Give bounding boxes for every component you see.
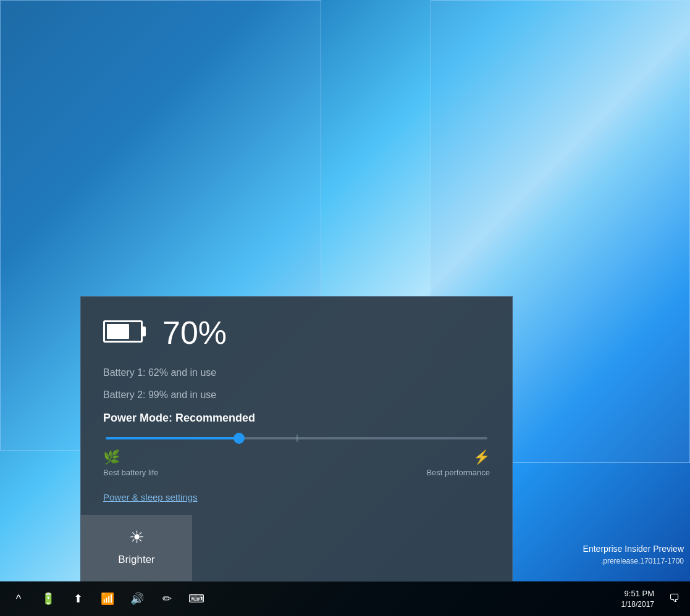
volume-icon: 🔊 bbox=[130, 592, 144, 606]
power-sleep-settings-link[interactable]: Power & sleep settings bbox=[103, 492, 198, 502]
clock-area[interactable]: 9:51 PM 1/18/2017 bbox=[616, 586, 659, 612]
clock-time: 9:51 PM bbox=[625, 588, 654, 599]
battery2-detail: Battery 2: 99% and in use bbox=[103, 389, 490, 401]
performance-icon: ⚡ bbox=[473, 449, 490, 465]
slider-track bbox=[106, 437, 487, 439]
taskbar-volume-icon[interactable]: 🔊 bbox=[124, 585, 151, 612]
notification-button[interactable]: 🗨 bbox=[664, 589, 685, 607]
taskbar-keyboard-icon[interactable]: ⌨ bbox=[183, 585, 210, 612]
slider-label-right: ⚡ Best performance bbox=[426, 449, 490, 477]
battery-fill bbox=[107, 324, 129, 339]
battery-popup: 70% Battery 1: 62% and in use Battery 2:… bbox=[80, 296, 513, 581]
taskbar-wifi-icon[interactable]: 📶 bbox=[94, 585, 121, 612]
watermark-line2: .prerelease.170117-1700 bbox=[583, 556, 684, 567]
brightness-icon: ☀ bbox=[129, 527, 145, 547]
taskbar-pen-icon[interactable]: ✏ bbox=[153, 585, 180, 612]
keyboard-icon: ⌨ bbox=[188, 592, 204, 606]
battery1-detail: Battery 1: 62% and in use bbox=[103, 367, 490, 378]
best-battery-label: Best battery life bbox=[103, 468, 159, 477]
taskbar-upload-icon[interactable]: ⬆ bbox=[64, 585, 91, 612]
brighter-label: Brighter bbox=[118, 554, 155, 566]
slider-fill bbox=[106, 437, 239, 439]
popup-bottom: ☀ Brighter bbox=[81, 515, 512, 581]
taskbar: ^ 🔋 ⬆ 📶 🔊 ✏ ⌨ 9:51 PM 1/18/2017 🗨 bbox=[0, 581, 690, 616]
notification-icon: 🗨 bbox=[669, 592, 680, 604]
pen-icon: ✏ bbox=[162, 592, 172, 606]
slider-tick bbox=[297, 435, 298, 442]
brighter-button[interactable]: ☀ Brighter bbox=[81, 515, 192, 581]
battery-header: 70% bbox=[103, 317, 490, 349]
watermark: Enterprise Insider Preview .prerelease.1… bbox=[583, 543, 684, 567]
chevron-icon: ^ bbox=[16, 593, 21, 606]
power-mode-slider[interactable] bbox=[103, 437, 490, 439]
battery-taskbar-icon: 🔋 bbox=[41, 592, 55, 606]
taskbar-battery-icon[interactable]: 🔋 bbox=[35, 585, 62, 612]
slider-thumb[interactable] bbox=[234, 433, 245, 444]
battery-tip bbox=[143, 327, 146, 336]
best-performance-label: Best performance bbox=[426, 468, 490, 477]
battery-icon-large bbox=[103, 320, 148, 345]
upload-icon: ⬆ bbox=[74, 592, 83, 606]
battery-life-icon: 🌿 bbox=[103, 449, 120, 465]
power-mode-label: Power Mode: Recommended bbox=[103, 412, 490, 425]
slider-labels: 🌿 Best battery life ⚡ Best performance bbox=[103, 449, 490, 477]
watermark-line1: Enterprise Insider Preview bbox=[583, 543, 684, 556]
taskbar-expand-button[interactable]: ^ bbox=[5, 585, 32, 612]
clock-date: 1/18/2017 bbox=[621, 599, 654, 610]
battery-percent: 70% bbox=[162, 317, 227, 349]
taskbar-right: 9:51 PM 1/18/2017 🗨 bbox=[616, 586, 685, 612]
slider-label-left: 🌿 Best battery life bbox=[103, 449, 159, 477]
wifi-icon: 📶 bbox=[101, 592, 114, 606]
taskbar-left: ^ 🔋 ⬆ 📶 🔊 ✏ ⌨ bbox=[5, 585, 210, 612]
battery-details: Battery 1: 62% and in use Battery 2: 99%… bbox=[103, 367, 490, 401]
